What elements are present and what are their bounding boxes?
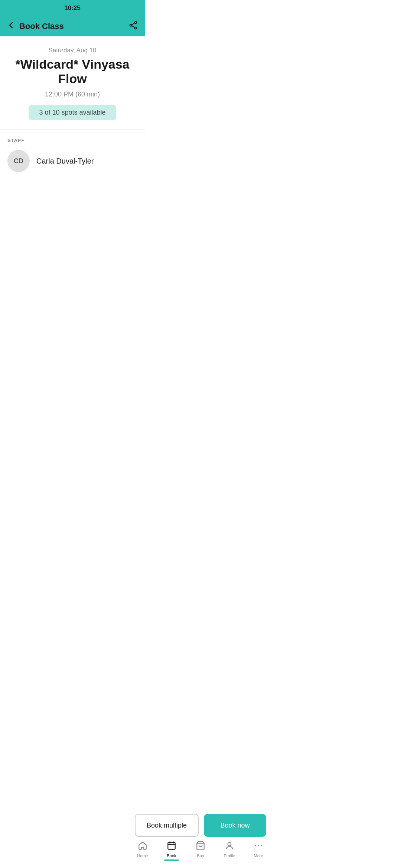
staff-item: CD Carla Duval-Tyler: [7, 150, 137, 172]
staff-avatar: CD: [7, 150, 30, 172]
header: Book Class: [0, 16, 145, 36]
header-left: Book Class: [7, 21, 64, 32]
back-icon[interactable]: [7, 21, 16, 32]
status-time: 10:25: [64, 4, 80, 12]
staff-section: STAFF CD Carla Duval-Tyler: [0, 129, 145, 172]
main-content: Saturday, Aug 10 *Wildcard* Vinyasa Flow…: [0, 36, 145, 120]
staff-name: Carla Duval-Tyler: [36, 157, 94, 165]
class-time: 12:00 PM (60 min): [7, 91, 137, 98]
staff-section-label: STAFF: [7, 138, 137, 143]
share-icon[interactable]: [128, 20, 138, 32]
class-name: *Wildcard* Vinyasa Flow: [7, 57, 137, 86]
svg-line-4: [132, 26, 135, 27]
spots-available-badge: 3 of 10 spots available: [29, 105, 116, 120]
status-bar: 10:25: [0, 0, 145, 16]
class-date: Saturday, Aug 10: [7, 47, 137, 54]
page-title: Book Class: [19, 22, 64, 31]
svg-line-3: [132, 23, 135, 25]
